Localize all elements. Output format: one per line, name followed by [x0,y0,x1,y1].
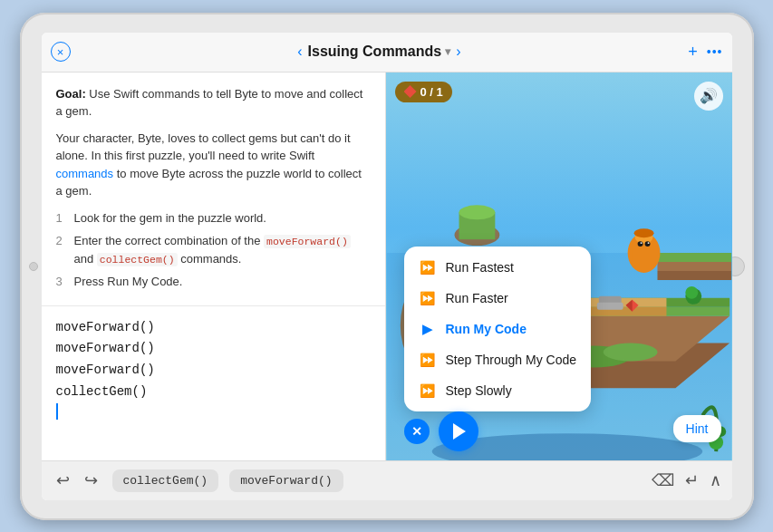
svg-point-17 [603,343,657,361]
code-line-3: moveForward() [56,360,371,382]
top-right-icons: + ••• [688,43,722,62]
popup-menu: ⏩ Run Fastest ⏩ Run Faster ▶ Run My Code… [404,247,592,411]
score-text: 0 / 1 [420,85,443,99]
para1-text: Your character, Byte, loves to collect g… [56,131,351,163]
run-faster-label: Run Faster [446,291,508,305]
run-fastest-label: Run Fastest [446,260,514,275]
svg-marker-15 [657,253,731,262]
step-2: 2 Enter the correct combination of the m… [56,232,371,267]
svg-point-24 [647,242,649,244]
code-line-2: moveForward() [56,338,371,360]
bottom-bar: ↩ ↪ collectGem() moveForward() ⌫ ↵ ∧ [42,460,732,500]
screen: × ‹ Issuing Commands ▾ › + ••• Go [42,33,732,500]
close-button[interactable]: × [51,42,71,62]
code-editor[interactable]: moveForward() moveForward() moveForward(… [42,306,385,460]
cancel-button[interactable]: ✕ [404,419,430,444]
redo-button[interactable]: ↪ [81,470,101,490]
gem-icon [404,85,417,98]
undo-button[interactable]: ↩ [53,470,73,490]
step-3: 3 Press Run My Code. [56,273,371,291]
sound-icon: 🔊 [700,87,718,104]
run-my-code-label: Run My Code [446,322,527,336]
back-arrow[interactable]: ‹ [297,44,302,60]
run-row: ✕ [404,411,478,451]
main-content: Goal: Use Swift commands to tell Byte to… [42,73,732,460]
cursor-line [56,403,371,420]
step-1: 1 Look for the gem in the puzzle world. [56,209,371,227]
run-faster-icon: ⏩ [419,291,437,305]
steps-list: 1 Look for the gem in the puzzle world. … [56,209,371,291]
step-through-icon: ⏩ [419,353,437,367]
svg-point-22 [644,241,650,247]
top-bar: × ‹ Issuing Commands ▾ › + ••• [42,33,732,73]
step-through-item[interactable]: ⏩ Step Through My Code [404,344,592,375]
goal-text: Use Swift commands to tell Byte to move … [56,87,363,119]
enter-button[interactable]: ↵ [685,470,699,490]
collect-gem-pill[interactable]: collectGem() [112,469,219,492]
forward-arrow[interactable]: › [456,44,460,60]
nav-area: ‹ Issuing Commands ▾ › [78,44,681,60]
move-forward-pill[interactable]: moveForward() [229,469,343,492]
commands-link[interactable]: commands [56,167,114,180]
cancel-icon: ✕ [411,424,422,439]
svg-point-25 [633,228,653,237]
goal-label: Goal: [56,87,86,101]
left-panel: Goal: Use Swift commands to tell Byte to… [42,73,386,460]
code-line-1: moveForward() [56,317,371,339]
right-panel: 0 / 1 🔊 ⏩ Run Fastest ⏩ Run Faster [386,73,732,460]
step-slowly-label: Step Slowly [446,383,512,398]
instructions: Goal: Use Swift commands to tell Byte to… [42,73,385,306]
score-badge: 0 / 1 [395,82,452,102]
left-indicator [29,262,38,271]
svg-point-33 [685,285,698,298]
svg-point-21 [637,241,643,247]
step-slowly-icon: ⏩ [419,383,437,398]
step-through-label: Step Through My Code [446,353,577,367]
run-my-code-icon: ▶ [419,322,437,336]
collapse-button[interactable]: ∧ [710,470,721,490]
svg-rect-29 [596,302,623,309]
sound-button[interactable]: 🔊 [694,82,723,111]
run-faster-item[interactable]: ⏩ Run Faster [404,283,592,314]
step-slowly-item[interactable]: ⏩ Step Slowly [404,375,592,406]
add-button[interactable]: + [688,43,698,62]
play-icon [453,423,466,440]
delete-button[interactable]: ⌫ [652,470,674,490]
bottom-right-icons: ⌫ ↵ ∧ [652,470,721,490]
hint-button[interactable]: Hint [673,415,721,442]
run-button[interactable] [439,411,478,451]
title-chevron-icon[interactable]: ▾ [445,45,450,58]
svg-marker-13 [657,270,731,279]
run-fastest-icon: ⏩ [419,260,437,275]
code-line-4: collectGem() [56,382,371,403]
tablet: × ‹ Issuing Commands ▾ › + ••• Go [20,13,754,520]
svg-marker-14 [657,262,731,271]
svg-point-23 [640,242,642,244]
text-cursor [56,403,58,420]
run-my-code-item[interactable]: ▶ Run My Code [404,314,592,344]
svg-point-5 [459,205,495,219]
run-fastest-item[interactable]: ⏩ Run Fastest [404,252,592,283]
more-button[interactable]: ••• [707,44,723,59]
page-title: Issuing Commands ▾ [308,44,451,60]
